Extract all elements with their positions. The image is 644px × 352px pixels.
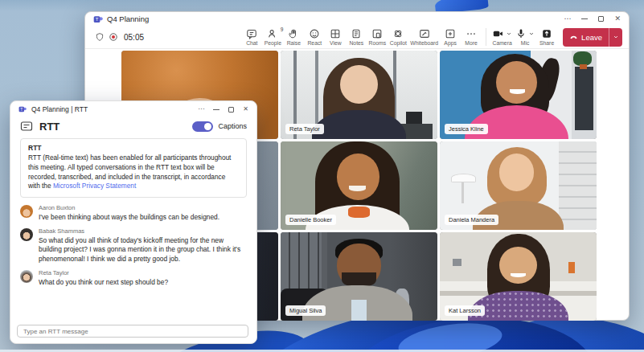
view-grid-icon — [330, 28, 341, 39]
rooms-button[interactable]: Rooms — [367, 28, 388, 46]
rtt-notice-title: RTT — [28, 144, 239, 152]
leave-label: Leave — [581, 33, 602, 42]
chat-button[interactable]: Chat — [241, 28, 262, 46]
window-more-button[interactable]: ⋯ — [564, 15, 571, 23]
leave-button[interactable]: Leave — [563, 28, 622, 47]
shield-icon — [95, 32, 105, 42]
window-close-button[interactable]: ✕ — [614, 15, 621, 23]
meeting-titlebar: T Q4 Planning ⋯ ✕ — [85, 12, 629, 26]
message-author: Reta Taylor — [39, 269, 168, 276]
teams-logo-icon: T — [18, 105, 27, 113]
more-ellipsis-icon — [466, 28, 477, 39]
window-minimize-button[interactable] — [581, 18, 588, 19]
message-text: So what did you all think of today's kic… — [39, 236, 247, 264]
message-author: Babak Shammas — [39, 227, 247, 235]
react-button[interactable]: React — [304, 28, 325, 46]
rtt-message-input[interactable] — [17, 325, 248, 338]
captions-label: Captions — [218, 122, 247, 130]
people-button[interactable]: 9 People — [262, 28, 283, 46]
rtt-message: Aaron Buxton I've been thinking about wa… — [20, 204, 247, 223]
chat-icon — [246, 28, 257, 39]
notes-button[interactable]: Notes — [346, 28, 367, 46]
meeting-toolbar: 05:05 Chat 9 People Raise — [85, 26, 629, 49]
window-minimize-button[interactable] — [213, 109, 219, 110]
video-tile-kat[interactable]: Kat Larsson — [440, 232, 597, 321]
whiteboard-button[interactable]: Whiteboard — [408, 28, 440, 46]
participant-name-label: Migual Silva — [285, 305, 326, 316]
window-maximize-button[interactable] — [228, 107, 234, 113]
participant-name-label: Jessica Kline — [445, 124, 488, 134]
mic-button[interactable]: Mic — [514, 28, 536, 46]
svg-text:T: T — [20, 107, 23, 112]
more-button[interactable]: More — [461, 28, 482, 46]
rtt-message: Reta Taylor What do you think our next s… — [20, 269, 247, 288]
share-button[interactable]: Share — [536, 28, 557, 46]
rtt-panel-title: RTT — [39, 121, 59, 133]
rooms-icon — [371, 28, 383, 39]
rtt-notice-body: RTT (Real-time text) has been enabled fo… — [28, 153, 239, 191]
participant-name-label: Kat Larsson — [445, 305, 485, 316]
leave-phone-icon — [569, 33, 578, 42]
rtt-message: Babak Shammas So what did you all think … — [20, 227, 247, 264]
avatar — [20, 205, 33, 218]
react-smiley-icon — [309, 28, 320, 39]
window-title: Q4 Planning | RTT — [31, 105, 88, 113]
participant-name-label: Daniela Mandera — [445, 215, 498, 225]
rtt-message-list: Aaron Buxton I've been thinking about wa… — [20, 204, 247, 287]
window-more-button[interactable]: ⋯ — [198, 106, 204, 113]
desktop: T Q4 Planning ⋯ ✕ 05:05 — [0, 0, 644, 352]
raise-hand-button[interactable]: Raise — [283, 28, 304, 46]
camera-chevron-icon[interactable] — [506, 31, 512, 37]
rtt-notice-card: RTT RTT (Real-time text) has been enable… — [20, 138, 247, 198]
video-tile-migual[interactable]: Migual Silva — [281, 232, 437, 321]
copilot-button[interactable]: Copilot — [388, 28, 408, 46]
rtt-titlebar: T Q4 Planning | RTT ⋯ ✕ — [10, 101, 256, 117]
participant-name-label: Reta Taylor — [285, 124, 324, 134]
svg-text:T: T — [96, 17, 99, 22]
video-tile-jessica[interactable]: Jessica Kline — [440, 51, 597, 139]
message-author: Aaron Buxton — [39, 204, 219, 211]
video-tile-daniela[interactable]: Daniela Mandera — [440, 141, 597, 230]
message-text: I've been thinking about ways the buildi… — [39, 213, 219, 223]
message-text: What do you think our next step should b… — [39, 278, 168, 288]
participant-name-label: Danielle Booker — [285, 215, 336, 225]
avatar — [20, 228, 33, 241]
whiteboard-icon — [419, 28, 430, 39]
privacy-statement-link[interactable]: Microsoft Privacy Statement — [53, 182, 136, 190]
mic-chevron-icon[interactable] — [528, 31, 535, 37]
copilot-icon — [392, 28, 404, 39]
share-icon — [541, 28, 552, 39]
avatar — [20, 270, 33, 283]
notes-icon — [351, 28, 362, 39]
rtt-header: RTT Captions — [10, 117, 256, 138]
meeting-timer: 05:05 — [124, 33, 144, 42]
toolbar-separator — [486, 28, 486, 46]
view-button[interactable]: View — [325, 28, 346, 46]
window-maximize-button[interactable] — [598, 16, 604, 22]
raise-hand-icon — [288, 28, 299, 39]
captions-toggle[interactable] — [192, 121, 213, 132]
toolbar-actions: Chat 9 People Raise React View — [241, 28, 622, 47]
teams-logo-icon: T — [93, 14, 103, 24]
video-tile-reta[interactable]: Reta Taylor — [281, 51, 437, 139]
rtt-icon — [20, 120, 33, 133]
apps-icon — [445, 28, 456, 39]
rtt-window: T Q4 Planning | RTT ⋯ ✕ RTT Captions RTT… — [10, 100, 257, 344]
window-title: Q4 Planning — [107, 14, 149, 23]
leave-chevron-icon[interactable] — [609, 34, 622, 40]
video-tile-danielle[interactable]: Danielle Booker — [281, 141, 437, 230]
camera-button[interactable]: Camera — [490, 28, 514, 46]
apps-button[interactable]: Apps — [440, 28, 461, 46]
recording-indicator-icon — [109, 32, 118, 42]
window-close-button[interactable]: ✕ — [243, 106, 248, 113]
mic-icon — [515, 28, 527, 39]
meeting-status: 05:05 — [95, 32, 144, 42]
people-icon — [267, 28, 278, 39]
camera-icon — [492, 28, 504, 39]
